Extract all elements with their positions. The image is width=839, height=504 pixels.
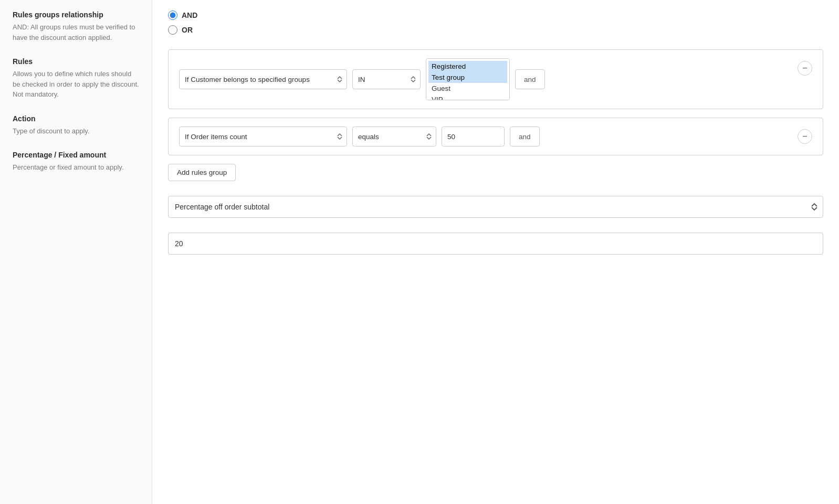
and-radio[interactable] — [168, 10, 177, 20]
percentage-fixed-title: Percentage / Fixed amount — [13, 151, 139, 159]
rule-1-multiselect-wrapper: Registered Test group Guest VIP — [426, 58, 510, 100]
rules-groups-relationship-title: Rules groups relationship — [13, 10, 139, 19]
or-radio[interactable] — [168, 25, 177, 35]
rule-row-1: If Customer belongs to specified groups … — [179, 58, 812, 100]
or-radio-item[interactable]: OR — [168, 25, 823, 35]
rule-2-condition-select[interactable]: If Order items count If Customer belongs… — [179, 127, 347, 146]
rule-1-controls: If Customer belongs to specified groups … — [179, 58, 792, 100]
amount-input[interactable] — [168, 233, 823, 255]
action-select-container: Percentage off order subtotal Fixed amou… — [168, 196, 823, 218]
percentage-fixed-desc: Percentage or fixed amount to apply. — [13, 162, 139, 173]
rules-desc: Allows you to define which rules should … — [13, 69, 139, 100]
relationship-radio-group: AND OR — [168, 10, 823, 35]
rule-row-2: If Order items count If Customer belongs… — [179, 127, 812, 146]
rule-2-remove-button[interactable]: − — [798, 129, 812, 144]
rule-2-amount-input[interactable] — [442, 127, 505, 146]
rule-1-operator-select[interactable]: IN NOT IN — [352, 69, 421, 89]
rules-groups-relationship-desc: AND: All groups rules must be verified t… — [13, 22, 139, 43]
or-radio-label: OR — [182, 26, 193, 34]
rule-2-operator-select[interactable]: equals greater than less than greater th… — [352, 127, 436, 146]
rule-1-remove-button[interactable]: − — [798, 61, 812, 76]
and-radio-label: AND — [182, 11, 197, 19]
add-rules-group-button[interactable]: Add rules group — [168, 164, 236, 181]
action-select[interactable]: Percentage off order subtotal Fixed amou… — [168, 196, 823, 218]
rules-title: Rules — [13, 57, 139, 66]
rule-card-1: If Customer belongs to specified groups … — [168, 49, 823, 109]
amount-container — [168, 233, 823, 255]
rule-2-and-badge: and — [510, 127, 540, 146]
sidebar-section-percentage-fixed: Percentage / Fixed amount Percentage or … — [13, 151, 139, 173]
rule-1-and-badge: and — [515, 69, 545, 89]
main-content: AND OR If Customer belongs to specified … — [152, 0, 839, 504]
sidebar-section-rules-groups-relationship: Rules groups relationship AND: All group… — [13, 10, 139, 43]
sidebar-section-rules: Rules Allows you to define which rules s… — [13, 57, 139, 100]
sidebar: Rules groups relationship AND: All group… — [0, 0, 152, 504]
rule-card-2: If Order items count If Customer belongs… — [168, 118, 823, 155]
rule-1-condition-select[interactable]: If Customer belongs to specified groups … — [179, 69, 347, 89]
action-title: Action — [13, 114, 139, 123]
and-radio-item[interactable]: AND — [168, 10, 823, 20]
action-desc: Type of discount to apply. — [13, 126, 139, 136]
sidebar-section-action: Action Type of discount to apply. — [13, 114, 139, 136]
rule-2-controls: If Order items count If Customer belongs… — [179, 127, 792, 146]
rule-1-groups-multiselect[interactable]: Registered Test group Guest VIP — [426, 58, 510, 100]
